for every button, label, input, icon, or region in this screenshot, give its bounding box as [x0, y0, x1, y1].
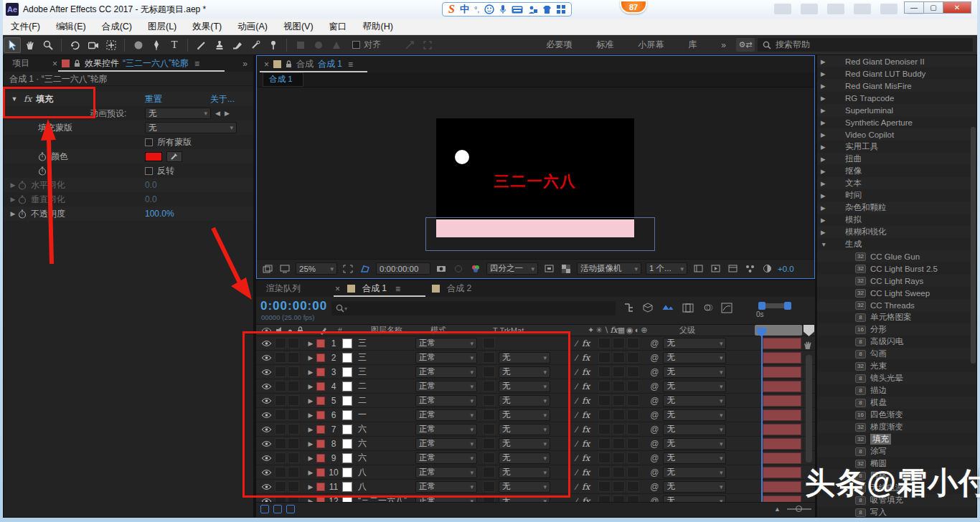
main-monitor-icon[interactable] — [278, 262, 291, 275]
switch-cell[interactable] — [598, 338, 611, 348]
menu-item[interactable]: 文件(F) — [3, 21, 48, 33]
expander-icon[interactable]: ▶ — [821, 131, 830, 138]
parent-pickwhip-icon[interactable]: @ — [650, 439, 659, 449]
effects-list-item[interactable]: ▼ 生成 — [817, 238, 976, 250]
skin-icon[interactable] — [542, 5, 552, 14]
color-swatch[interactable] — [145, 152, 162, 161]
prev-preset-icon[interactable]: ◀ — [215, 110, 220, 117]
expand-layer-switches-icon[interactable] — [260, 505, 269, 513]
expander-right-icon[interactable]: ▶ — [8, 210, 18, 217]
expander-icon[interactable]: ▶ — [821, 107, 830, 114]
flowchart-icon[interactable] — [743, 262, 756, 275]
fx-switch-icon[interactable]: fx — [582, 453, 590, 463]
switch-cell[interactable] — [627, 338, 639, 348]
text-tool[interactable]: T — [166, 37, 183, 53]
effect-label[interactable]: CC Light Sweep — [870, 289, 930, 298]
tab-overflow-icon[interactable]: » — [242, 59, 248, 69]
effects-list-item[interactable]: ▶ 模糊和锐化 — [817, 226, 976, 238]
fx-switch-icon[interactable]: fx — [582, 396, 590, 406]
effects-list-item[interactable]: 8 写入 — [817, 506, 976, 517]
layer-duration-bar[interactable] — [763, 366, 801, 378]
menu-item[interactable]: 合成(C) — [94, 21, 140, 33]
parent-dropdown[interactable]: 无▾ — [663, 381, 726, 392]
effects-list-item[interactable]: 16 四色渐变 — [817, 409, 976, 421]
switch-cell[interactable] — [613, 338, 625, 348]
rotation-tool[interactable] — [67, 37, 84, 53]
playhead-line[interactable] — [761, 336, 763, 502]
expand-inout-icon[interactable] — [286, 505, 295, 513]
effect-label[interactable]: Superluminal — [845, 106, 893, 115]
timeline-vertical-scrollbar[interactable] — [806, 355, 812, 462]
anim-preset-dropdown[interactable]: 无▾ — [145, 108, 211, 119]
close-button[interactable]: ✕ — [943, 1, 971, 14]
expander-right-icon[interactable]: ▶ — [8, 181, 18, 189]
stopwatch-icon[interactable] — [18, 195, 27, 204]
floating-badge[interactable]: 87 — [620, 0, 647, 14]
puppet-pin-tool[interactable] — [265, 37, 282, 53]
layer-duration-bar[interactable] — [763, 452, 801, 464]
effect-label[interactable]: CC Glue Gun — [870, 252, 920, 261]
layer-duration-bar[interactable] — [763, 467, 801, 478]
comp-text[interactable]: 三二一六八 — [436, 171, 634, 191]
fx-switch-icon[interactable]: fx — [582, 496, 590, 503]
fx-switch-icon[interactable]: fx — [582, 367, 590, 377]
selection-tool[interactable] — [4, 37, 21, 53]
effects-list-item[interactable]: 32 CC Glue Gun — [817, 250, 976, 262]
parent-pickwhip-icon[interactable]: @ — [650, 468, 659, 478]
expander-icon[interactable]: ▶ — [821, 95, 830, 102]
expander-icon[interactable]: ▶ — [821, 180, 830, 187]
pen-tool[interactable] — [148, 37, 165, 53]
ime-toolbar[interactable]: S 中 °, — [442, 2, 572, 16]
tab-effect-target[interactable]: “三二一六八”轮廓 — [123, 57, 189, 70]
pan-behind-tool[interactable] — [103, 37, 120, 53]
zoom-out-icon[interactable]: ▲ — [774, 506, 781, 513]
hand-tool[interactable] — [22, 37, 39, 53]
expander-icon[interactable]: ▶ — [821, 143, 830, 151]
layer-duration-bar[interactable] — [763, 395, 801, 407]
quality-switch-icon[interactable]: ∕ — [576, 367, 578, 377]
mask-visibility-icon[interactable] — [359, 262, 372, 275]
panel-menu-icon[interactable]: ≡ — [194, 59, 199, 69]
white-circle-shape[interactable] — [455, 150, 469, 164]
emoji-icon[interactable] — [484, 4, 494, 14]
fill-mask-dropdown[interactable]: 无▾ — [145, 122, 237, 133]
effect-label[interactable]: 文本 — [845, 178, 862, 189]
parent-pickwhip-icon[interactable]: @ — [650, 496, 659, 503]
snapshot-camera-icon[interactable] — [435, 262, 448, 275]
parent-pickwhip-icon[interactable]: @ — [650, 453, 659, 463]
parent-dropdown[interactable]: 无▾ — [663, 438, 726, 450]
menu-item[interactable]: 窗口 — [321, 21, 355, 33]
effect-label[interactable]: 生成 — [845, 239, 862, 250]
effect-label[interactable]: CC Light Burst 2.5 — [870, 265, 938, 273]
all-masks-checkbox[interactable] — [145, 138, 153, 146]
quality-switch-icon[interactable]: ∕ — [576, 353, 578, 363]
parent-pickwhip-icon[interactable]: @ — [650, 338, 659, 348]
timeline-button-icon[interactable] — [726, 262, 739, 275]
tab-comp2[interactable]: 合成 2 — [447, 283, 471, 295]
menu-item[interactable]: 图层(L) — [140, 21, 184, 33]
effect-label[interactable]: 涂写 — [870, 446, 887, 457]
lock-icon[interactable] — [286, 60, 292, 68]
switch-cell[interactable] — [613, 409, 625, 420]
draft-3d-icon[interactable] — [642, 303, 654, 313]
switch-cell[interactable] — [598, 467, 611, 478]
quality-switch-icon[interactable]: ∕ — [576, 468, 578, 478]
expander-icon[interactable]: ▶ — [821, 204, 830, 212]
expander-icon[interactable]: ▶ — [821, 217, 830, 224]
effects-list-item[interactable]: ▶ Red Giant LUT Buddy — [817, 67, 976, 80]
switch-cell[interactable] — [627, 452, 639, 463]
layer-duration-bar[interactable] — [763, 352, 801, 364]
expander-icon[interactable]: ▶ — [821, 192, 830, 199]
effects-list-item[interactable]: ▶ 扭曲 — [817, 153, 976, 165]
switch-cell[interactable] — [598, 366, 611, 377]
effect-label[interactable]: 抠像 — [845, 166, 862, 176]
switch-cell[interactable] — [598, 424, 611, 435]
shy-layers-icon[interactable] — [661, 303, 674, 313]
search-help-field[interactable]: 搜索帮助 — [758, 38, 973, 52]
sogou-logo-icon[interactable]: S — [448, 3, 455, 16]
resolution-dropdown[interactable]: 四分之一▾ — [486, 262, 538, 275]
effects-list-item[interactable]: 8 镜头光晕 — [817, 372, 976, 384]
expander-icon[interactable]: ▶ — [821, 58, 830, 65]
viewer-timecode[interactable]: 0:00:00:00 — [376, 262, 430, 275]
switch-cell[interactable] — [627, 366, 639, 377]
